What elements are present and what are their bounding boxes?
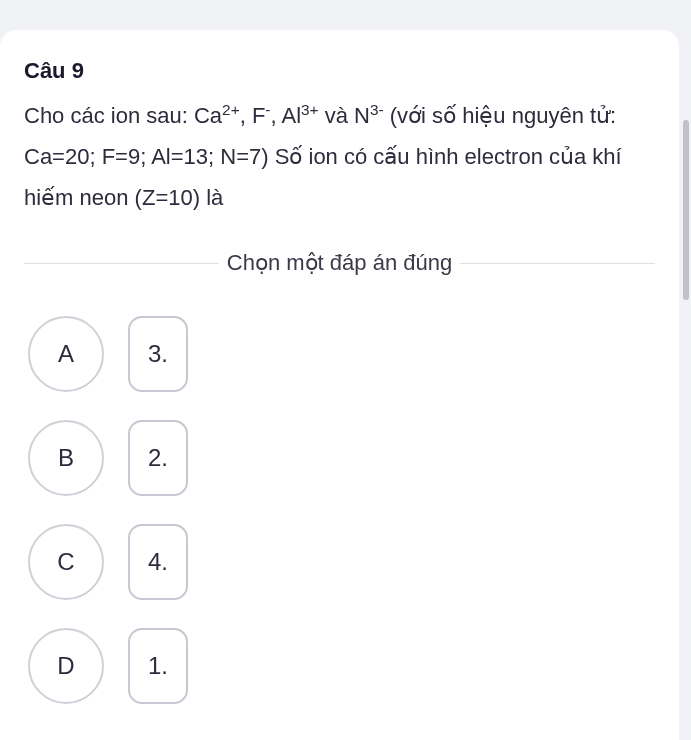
instruction-wrapper: Chọn một đáp án đúng [24, 250, 655, 276]
option-value-a: 3. [128, 316, 188, 392]
scrollbar[interactable] [683, 120, 689, 300]
divider-left [24, 263, 219, 264]
option-value-c: 4. [128, 524, 188, 600]
option-row-a[interactable]: A 3. [28, 316, 655, 392]
option-value-d: 1. [128, 628, 188, 704]
option-letter-d[interactable]: D [28, 628, 104, 704]
instruction-text: Chọn một đáp án đúng [219, 250, 460, 276]
option-row-d[interactable]: D 1. [28, 628, 655, 704]
option-letter-a[interactable]: A [28, 316, 104, 392]
option-value-b: 2. [128, 420, 188, 496]
question-card: Câu 9 Cho các ion sau: Ca2+, F-, Al3+ và… [0, 30, 679, 740]
option-letter-b[interactable]: B [28, 420, 104, 496]
option-row-c[interactable]: C 4. [28, 524, 655, 600]
option-row-b[interactable]: B 2. [28, 420, 655, 496]
options-list: A 3. B 2. C 4. D 1. [24, 316, 655, 704]
option-letter-c[interactable]: C [28, 524, 104, 600]
question-title: Câu 9 [24, 58, 655, 84]
divider-right [460, 263, 655, 264]
question-text: Cho các ion sau: Ca2+, F-, Al3+ và N3- (… [24, 96, 655, 218]
